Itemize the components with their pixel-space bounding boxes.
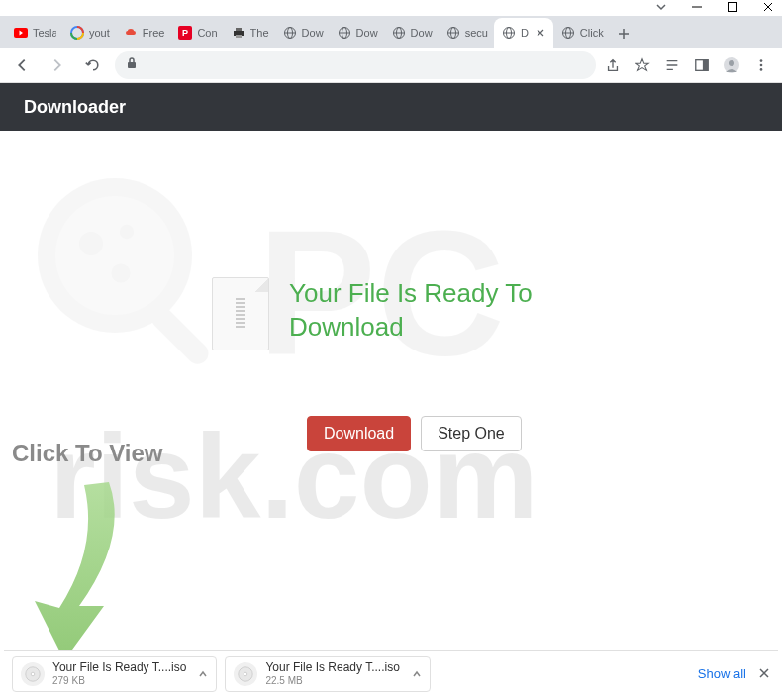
download-item-1[interactable]: Your File Is Ready T....iso 22.5 MB [225, 656, 430, 692]
reading-list-icon[interactable] [663, 56, 681, 74]
tab-9-active[interactable]: D [494, 18, 553, 48]
globe-icon [502, 26, 516, 40]
arrow-icon [30, 477, 148, 675]
tab-5[interactable]: Dow [275, 18, 330, 48]
tab-8[interactable]: secu [439, 18, 494, 48]
download-button[interactable]: Download [307, 416, 411, 451]
google-icon [70, 26, 84, 40]
tab-title: Tesla [33, 27, 56, 39]
download-item-0[interactable]: Your File Is Ready T....iso 279 KB [12, 656, 217, 692]
pinterest-icon: P [178, 26, 192, 40]
svg-rect-33 [147, 303, 213, 368]
browser-toolbar [0, 48, 782, 83]
tab-title: D [521, 27, 529, 39]
step-one-button[interactable]: Step One [421, 416, 522, 451]
svg-rect-0 [729, 3, 737, 12]
svg-rect-6 [236, 28, 242, 31]
share-icon[interactable] [604, 56, 622, 74]
youtube-icon [14, 26, 28, 40]
svg-point-31 [120, 225, 134, 239]
show-all-link[interactable]: Show all [698, 666, 746, 681]
disc-icon [21, 662, 45, 686]
tab-title: The [250, 27, 269, 39]
click-to-view-text: Click To View [12, 440, 163, 467]
globe-icon [392, 26, 406, 40]
globe-icon [561, 26, 575, 40]
globe-icon [283, 26, 297, 40]
tab-3[interactable]: PCon [170, 18, 223, 48]
page-header: Downloader [0, 83, 782, 131]
svg-point-26 [760, 63, 763, 66]
svg-rect-22 [703, 59, 708, 70]
tab-title: secu [465, 27, 488, 39]
shelf-close-icon[interactable] [758, 665, 770, 683]
minimize-icon[interactable] [691, 0, 703, 17]
cloud-icon [124, 26, 138, 40]
file-icon [212, 277, 269, 350]
svg-point-29 [55, 196, 174, 315]
globe-icon [338, 26, 351, 40]
disc-icon [234, 662, 257, 686]
svg-rect-20 [128, 62, 136, 68]
svg-text:P: P [182, 28, 188, 38]
download-size: 279 KB [52, 675, 186, 687]
tab-0[interactable]: Tesla [6, 18, 62, 48]
tab-title: Free [143, 27, 165, 39]
maximize-icon[interactable] [727, 0, 738, 17]
tab-close-icon[interactable] [534, 26, 547, 40]
tab-title: yout [89, 27, 110, 39]
svg-point-27 [760, 68, 763, 71]
download-size: 22.5 MB [265, 675, 399, 687]
globe-icon [446, 26, 460, 40]
tab-4[interactable]: The [224, 18, 275, 48]
chevron-down-icon[interactable] [655, 0, 667, 17]
side-panel-icon[interactable] [693, 56, 711, 74]
tab-7[interactable]: Dow [384, 18, 439, 48]
menu-icon[interactable] [752, 56, 770, 74]
window-controls [0, 0, 782, 16]
address-bar[interactable] [115, 51, 596, 79]
tab-6[interactable]: Dow [330, 18, 384, 48]
tab-title: Con [197, 27, 217, 39]
download-shelf: Your File Is Ready T....iso 279 KB Your … [4, 650, 778, 696]
back-button[interactable] [8, 51, 36, 79]
tab-title: Dow [411, 27, 433, 39]
printer-icon [232, 26, 245, 40]
svg-point-30 [79, 232, 103, 255]
download-message: Your File Is Ready To Download [289, 277, 546, 345]
tab-strip: Tesla yout Free PCon The Dow Dow Dow sec… [0, 16, 782, 48]
svg-point-32 [111, 263, 130, 282]
tab-title: Dow [356, 27, 378, 39]
page-title: Downloader [24, 97, 126, 118]
new-tab-button[interactable] [610, 20, 637, 48]
profile-icon[interactable] [723, 56, 740, 74]
svg-point-25 [760, 59, 763, 62]
tab-2[interactable]: Free [116, 18, 171, 48]
main-content: PC risk.com Your File Is Ready To Downlo… [0, 131, 782, 665]
svg-rect-7 [236, 35, 242, 38]
tab-title: Click [580, 27, 604, 39]
download-name: Your File Is Ready T....iso [52, 660, 186, 674]
svg-point-37 [244, 672, 248, 676]
reload-button[interactable] [79, 51, 107, 79]
tab-10[interactable]: Click [553, 18, 610, 48]
tab-title: Dow [302, 27, 324, 39]
close-icon[interactable] [762, 0, 774, 17]
svg-point-28 [38, 178, 192, 333]
lock-icon [125, 56, 139, 74]
svg-point-35 [31, 672, 35, 676]
chevron-up-icon[interactable] [412, 665, 422, 683]
tab-1[interactable]: yout [62, 18, 116, 48]
bookmark-icon[interactable] [634, 56, 651, 74]
download-name: Your File Is Ready T....iso [265, 660, 399, 674]
chevron-up-icon[interactable] [198, 665, 208, 683]
forward-button[interactable] [44, 51, 71, 79]
svg-point-24 [729, 60, 734, 66]
